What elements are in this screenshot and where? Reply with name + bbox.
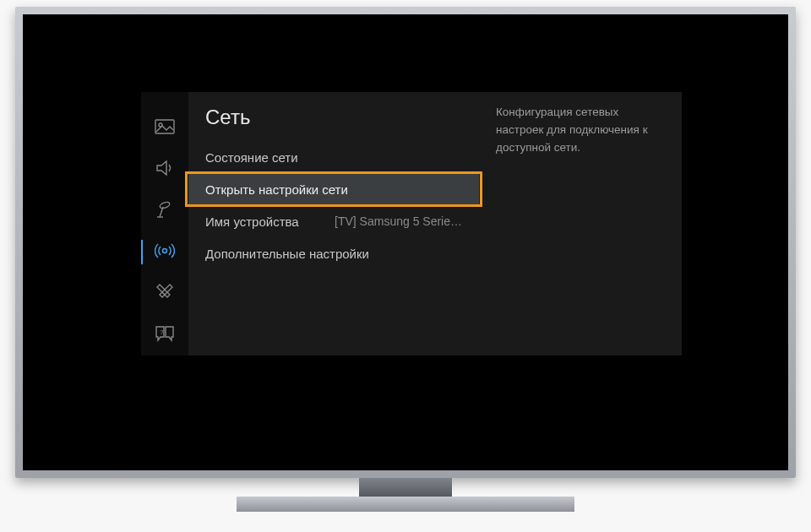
menu-item-network-status[interactable]: Состояние сети [188, 141, 479, 173]
settings-sidebar: ? [141, 92, 188, 356]
system-icon [155, 283, 174, 305]
sidebar-item-network[interactable] [141, 231, 188, 273]
sidebar-item-broadcast[interactable] [141, 190, 188, 231]
menu-item-value: [TV] Samsung 5 Serie… [335, 214, 462, 228]
sidebar-item-support[interactable]: ? [141, 314, 188, 356]
tv-stand-base [237, 497, 574, 512]
sidebar-item-sound[interactable] [141, 149, 188, 190]
settings-main-area: Сеть Состояние сети Открыть настройки се… [188, 92, 682, 356]
tv-screen: ? Сеть Состояние сети Открыть настройки … [23, 14, 788, 470]
menu-item-label: Дополнительные настройки [205, 247, 462, 261]
sound-icon [155, 160, 175, 180]
settings-description: Конфигурация сетевых настроек для подклю… [479, 92, 682, 356]
menu-item-label: Состояние сети [205, 150, 462, 165]
network-icon [155, 241, 175, 264]
menu-item-open-network-settings[interactable]: Открыть настройки сети [188, 173, 479, 205]
picture-icon [155, 119, 175, 138]
tv-frame: ? Сеть Состояние сети Открыть настройки … [15, 7, 796, 478]
svg-point-3 [163, 248, 167, 252]
broadcast-icon [155, 200, 175, 222]
settings-menu-panel: ? Сеть Состояние сети Открыть настройки … [141, 92, 682, 356]
settings-list: Сеть Состояние сети Открыть настройки се… [188, 92, 479, 356]
section-title: Сеть [188, 100, 479, 141]
menu-item-label: Имя устройства [205, 214, 335, 229]
sidebar-item-picture[interactable] [141, 107, 188, 149]
menu-item-device-name[interactable]: Имя устройства [TV] Samsung 5 Serie… [188, 205, 479, 237]
support-icon: ? [155, 325, 175, 345]
svg-text:?: ? [160, 328, 164, 336]
menu-item-label: Открыть настройки сети [205, 182, 462, 197]
sidebar-item-system[interactable] [141, 273, 188, 314]
svg-point-2 [159, 201, 170, 209]
menu-item-advanced-settings[interactable]: Дополнительные настройки [188, 237, 479, 269]
svg-rect-0 [155, 120, 174, 133]
tv-stand-neck [359, 478, 452, 498]
